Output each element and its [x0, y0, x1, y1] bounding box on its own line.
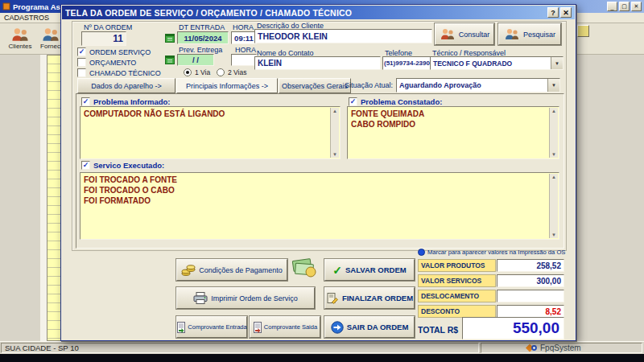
document-in-icon	[176, 322, 186, 333]
condicoes-label: Condições de Pagamento	[199, 266, 283, 274]
total-value: 550,00	[462, 317, 564, 339]
printer-icon	[193, 292, 208, 304]
checkbox-box	[77, 58, 86, 67]
descricao-cliente-field[interactable]: THEODOR KLEIN	[254, 29, 432, 43]
checkbox-problema-informado[interactable]: ✓ Problema Informado:	[81, 97, 171, 106]
imprimir-button[interactable]: Imprimir Ordem de Serviço	[176, 287, 315, 309]
valor-servicos-field[interactable]: 300,00	[497, 274, 564, 287]
scroll-down-icon[interactable]: ▼	[551, 152, 556, 157]
scroll-down-icon[interactable]: ▼	[332, 152, 337, 157]
condicoes-pagamento-button[interactable]: Condições de Pagamento	[176, 259, 287, 281]
status-panel-right: FpqSystem	[481, 343, 642, 353]
maximize-button[interactable]: ▢	[619, 2, 630, 11]
document-out-icon	[253, 322, 262, 333]
toolbar-fornecedores-button[interactable]: Fornec	[39, 25, 62, 52]
comprovante-saida-button[interactable]: Comprovante Saida	[250, 316, 320, 338]
telefone-field[interactable]: (51)99734-2390	[382, 56, 431, 70]
radio-icon	[184, 68, 192, 76]
toolbar-clientes-button[interactable]: Clientes	[2, 25, 39, 52]
grid-gutter	[40, 55, 47, 341]
taskbar[interactable]	[0, 354, 644, 362]
valor-produtos-label: VALOR PRODUTOS	[418, 259, 496, 272]
problema-informado-memo[interactable]: COMPUTADOR NÃO ESTÁ LIGANDO ▲ ▼	[80, 106, 341, 159]
checkbox-box: ✓	[77, 47, 86, 56]
contato-field[interactable]: KLEIN	[254, 56, 381, 70]
calendar-icon[interactable]	[165, 55, 175, 64]
problema-informado-text: COMPUTADOR NÃO ESTÁ LIGANDO	[84, 109, 328, 157]
marcar-impressao-radio[interactable]: Marcar para aparecer valores na Impressã…	[418, 249, 565, 256]
finalizar-label: FINALIZAR ORDEM	[342, 294, 413, 302]
consultar-button[interactable]: Consultar	[435, 23, 494, 45]
checkbox-orcamento[interactable]: ORÇAMENTO	[77, 58, 136, 67]
prev-entrega-field[interactable]: / /	[177, 54, 214, 66]
suppliers-icon	[41, 27, 60, 42]
chevron-down-icon[interactable]: ▼	[551, 57, 563, 69]
memo-scrollbar[interactable]: ▲ ▼	[549, 174, 558, 238]
valor-produtos-field[interactable]: 258,52	[497, 259, 564, 272]
search-people-icon	[504, 28, 520, 40]
dialog-titlebar[interactable]: TELA DA ORDEM DE SERVIÇO / ORÇAMENTO / C…	[62, 6, 575, 19]
finalizar-ordem-button[interactable]: FINALIZAR ORDEM	[324, 287, 415, 309]
scroll-up-icon[interactable]: ▲	[551, 109, 556, 113]
check-icon: ✓	[350, 98, 357, 105]
sair-ordem-button[interactable]: SAIR DA ORDEM	[324, 316, 415, 338]
minimize-button[interactable]: _	[607, 2, 617, 11]
radio-2-vias[interactable]: 2 Vias	[217, 68, 246, 76]
radio-1-via[interactable]: 1 Via	[184, 68, 210, 76]
desconto-label: DESCONTO	[418, 305, 496, 318]
checkbox-chamado-tecnico[interactable]: CHAMADO TÉCNICO	[77, 68, 161, 77]
checkbox-box	[77, 68, 86, 77]
background-button[interactable]	[577, 25, 589, 37]
checkbox-label: ORDEM SERVIÇO	[89, 48, 151, 56]
memo-scrollbar[interactable]: ▲ ▼	[330, 108, 339, 158]
calendar-icon[interactable]	[165, 33, 175, 43]
tecnico-dropdown[interactable]: TECNICO F QUADRADO ▼	[430, 56, 564, 70]
radio-label: 2 Vias	[228, 68, 246, 76]
blue-bullet-icon	[418, 249, 425, 256]
scroll-up-icon[interactable]: ▲	[332, 109, 337, 113]
checkbox-box: ✓	[81, 161, 90, 170]
tab-observacoes-gerais[interactable]: Observações Gerais	[279, 78, 351, 93]
status-panel-left: SUA CIDADE - SP 10	[1, 343, 479, 353]
situacao-dropdown[interactable]: Aguardando Aprovação ▼	[396, 78, 560, 93]
brand-name: FpqSystem	[540, 343, 581, 352]
tab-principais-informacoes[interactable]: Principais Informações ->	[176, 78, 278, 93]
help-button[interactable]: ?	[547, 7, 559, 18]
scroll-up-icon[interactable]: ▲	[551, 175, 556, 179]
order-number-field[interactable]: 11	[81, 31, 126, 46]
checkbox-ordem-servico[interactable]: ✓ ORDEM SERVIÇO	[77, 47, 151, 56]
tecnico-value: TECNICO F QUADRADO	[433, 60, 512, 68]
prev-hora-field[interactable]	[231, 54, 257, 66]
radio-label: 1 Via	[195, 68, 210, 76]
servico-executado-memo[interactable]: FOI TROCADO A FONTE FOI TROCADO O CABO F…	[80, 172, 559, 240]
comprovante-entrada-button[interactable]: Comprovante Entrada	[176, 316, 247, 338]
marcar-label: Marcar para aparecer valores na Impressã…	[427, 249, 565, 256]
memo-scrollbar[interactable]: ▲ ▼	[549, 108, 558, 158]
servico-executado-text: FOI TROCADO A FONTE FOI TROCADO O CABO F…	[84, 175, 547, 237]
checkbox-problema-constatado[interactable]: ✓ Problema Constatado:	[349, 97, 442, 106]
window-close-button[interactable]: ✕	[631, 2, 642, 11]
service-order-dialog: TELA DA ORDEM DE SERVIÇO / ORÇAMENTO / C…	[60, 4, 576, 341]
pesquisar-button[interactable]: Pesquisar	[498, 23, 561, 45]
dialog-close-button[interactable]: ✕	[560, 7, 572, 18]
tab-dados-aparelho[interactable]: Dados do Aparelho ->	[77, 78, 175, 93]
chevron-down-icon[interactable]: ▼	[547, 79, 559, 92]
desconto-field[interactable]: 8,52	[497, 305, 564, 318]
status-city: SUA CIDADE - SP 10	[5, 343, 79, 352]
deslocamento-field[interactable]	[497, 290, 564, 302]
checkbox-box: ✓	[349, 97, 357, 106]
checkbox-servico-executado[interactable]: ✓ Servico Executado:	[81, 161, 164, 170]
salvar-ordem-button[interactable]: ✓ SALVAR ORDEM	[324, 259, 415, 281]
menu-cadastros[interactable]: CADASTROS	[4, 14, 49, 22]
consult-people-icon	[440, 28, 456, 40]
dt-entrada-field[interactable]: 11/05/2024	[177, 31, 229, 44]
hora-field[interactable]: 09:11	[231, 31, 257, 44]
problema-constatado-memo[interactable]: FONTE QUEIMADA CABO ROMPIDO ▲ ▼	[347, 106, 559, 159]
section-label: Problema Constatado:	[361, 97, 442, 106]
scroll-down-icon[interactable]: ▼	[551, 232, 556, 237]
toolbar-fornecedores-label: Fornec	[40, 43, 60, 50]
fpqsystem-logo-icon	[525, 343, 538, 353]
screen: Programa Assist Pes _ ▢ ✕ CADASTROS APA …	[0, 0, 644, 362]
total-label: TOTAL R$	[418, 325, 458, 335]
deslocamento-label: DESLOCAMENTO	[418, 290, 496, 302]
